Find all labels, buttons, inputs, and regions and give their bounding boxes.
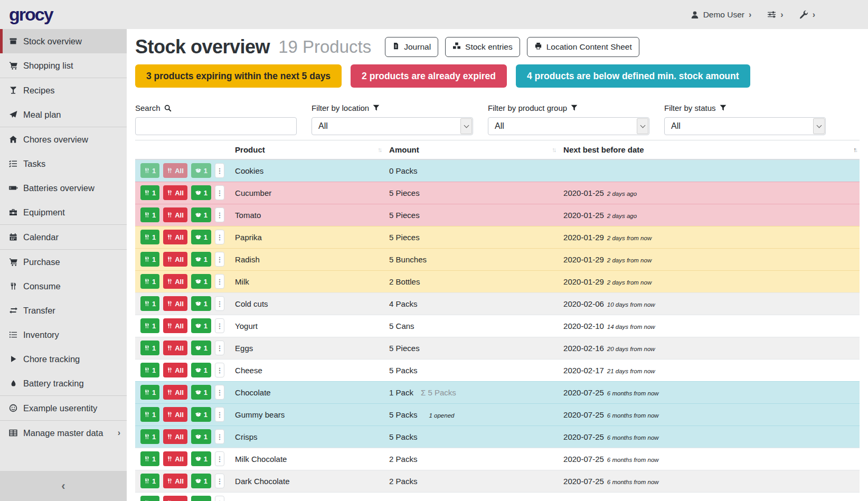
sidebar-item-stock-overview[interactable]: Stock overview (0, 29, 127, 53)
open-one-button[interactable]: 1 (191, 252, 211, 267)
open-one-button[interactable]: 1 (191, 185, 211, 200)
sidebar-item-tasks[interactable]: Tasks (0, 152, 127, 176)
location-select[interactable]: All (312, 117, 473, 135)
consume-all-button[interactable]: All (163, 230, 187, 244)
sidebar-item-purchase[interactable]: Purchase (0, 250, 127, 274)
row-menu-button[interactable]: ⋮ (215, 474, 224, 488)
expired-banner[interactable]: 2 products are already expired (351, 64, 507, 88)
row-menu-button[interactable]: ⋮ (215, 341, 224, 355)
date-column-header[interactable]: Next best before date ↑↓ (558, 140, 860, 160)
row-menu-button[interactable]: ⋮ (215, 274, 224, 289)
status-select[interactable]: All (664, 117, 826, 135)
open-one-button[interactable]: 1 (191, 496, 211, 501)
consume-all-button[interactable]: All (163, 252, 187, 267)
open-one-button[interactable]: 1 (191, 363, 211, 377)
amount-column-header[interactable]: Amount ↑↓ (384, 140, 558, 160)
consume-all-button[interactable]: All (163, 207, 187, 222)
sidebar-item-transfer[interactable]: Transfer (0, 298, 127, 323)
open-one-button[interactable]: 1 (191, 274, 211, 289)
row-menu-button[interactable]: ⋮ (215, 163, 224, 178)
row-menu-button[interactable]: ⋮ (215, 496, 224, 501)
journal-button[interactable]: Journal (385, 37, 438, 57)
open-one-button[interactable]: 1 (191, 318, 211, 333)
consume-all-button[interactable]: All (163, 296, 187, 311)
consume-one-button[interactable]: 1 (140, 341, 159, 355)
open-one-button[interactable]: 1 (191, 207, 211, 222)
below-min-stock-banner[interactable]: 4 products are below defined min. stock … (516, 64, 750, 88)
consume-one-button[interactable]: 1 (140, 385, 159, 400)
consume-one-button[interactable]: 1 (140, 474, 159, 488)
sidebar-item-calendar[interactable]: Calendar (0, 225, 127, 249)
open-one-button[interactable]: 1 (191, 296, 211, 311)
consume-all-button[interactable]: All (163, 451, 187, 466)
open-one-button[interactable]: 1 (191, 451, 211, 466)
consume-all-button[interactable]: All (163, 496, 187, 501)
sidebar-item-batteries-overview[interactable]: Batteries overview (0, 176, 127, 200)
sort-icon[interactable]: ↑↓ (378, 146, 381, 154)
consume-one-button[interactable]: 1 (140, 207, 159, 222)
open-one-button[interactable]: 1 (191, 163, 211, 178)
product-column-header[interactable]: Product ↑↓ (230, 140, 384, 160)
sidebar-item-meal-plan[interactable]: Meal plan (0, 102, 127, 127)
stock-entries-button[interactable]: Stock entries (445, 37, 520, 57)
consume-one-button[interactable]: 1 (140, 407, 159, 422)
row-menu-button[interactable]: ⋮ (215, 296, 224, 311)
consume-one-button[interactable]: 1 (140, 318, 159, 333)
admin-menu[interactable]: › (799, 10, 815, 19)
consume-all-button[interactable]: All (163, 429, 187, 444)
consume-all-button[interactable]: All (163, 407, 187, 422)
row-menu-button[interactable]: ⋮ (215, 407, 224, 422)
open-one-button[interactable]: 1 (191, 385, 211, 400)
sidebar-item-manage-master-data[interactable]: Manage master data › (0, 421, 127, 445)
consume-one-button[interactable]: 1 (140, 252, 159, 267)
consume-all-button[interactable]: All (163, 385, 187, 400)
consume-all-button[interactable]: All (163, 163, 187, 178)
sidebar-item-chore-tracking[interactable]: Chore tracking (0, 347, 127, 371)
sidebar-item-equipment[interactable]: Equipment (0, 200, 127, 224)
location-content-sheet-button[interactable]: Location Content Sheet (527, 37, 639, 57)
sort-icon[interactable]: ↑↓ (552, 146, 555, 154)
consume-one-button[interactable]: 1 (140, 274, 159, 289)
open-one-button[interactable]: 1 (191, 341, 211, 355)
sidebar-item-recipes[interactable]: Recipes (0, 78, 127, 102)
open-one-button[interactable]: 1 (191, 474, 211, 488)
row-menu-button[interactable]: ⋮ (215, 363, 224, 377)
expiring-soon-banner[interactable]: 3 products expiring within the next 5 da… (135, 64, 342, 88)
consume-one-button[interactable]: 1 (140, 296, 159, 311)
consume-one-button[interactable]: 1 (140, 451, 159, 466)
consume-all-button[interactable]: All (163, 341, 187, 355)
consume-one-button[interactable]: 1 (140, 163, 159, 178)
open-one-button[interactable]: 1 (191, 407, 211, 422)
sidebar-item-shopping-list[interactable]: Shopping list (0, 53, 127, 78)
sort-icon[interactable]: ↑↓ (853, 146, 856, 154)
row-menu-button[interactable]: ⋮ (215, 252, 224, 267)
consume-one-button[interactable]: 1 (140, 363, 159, 377)
row-menu-button[interactable]: ⋮ (215, 230, 224, 244)
open-one-button[interactable]: 1 (191, 429, 211, 444)
row-menu-button[interactable]: ⋮ (215, 451, 224, 466)
consume-all-button[interactable]: All (163, 318, 187, 333)
consume-one-button[interactable]: 1 (140, 230, 159, 244)
consume-all-button[interactable]: All (163, 363, 187, 377)
consume-one-button[interactable]: 1 (140, 185, 159, 200)
sidebar-item-battery-tracking[interactable]: Battery tracking (0, 371, 127, 395)
sidebar-item-chores-overview[interactable]: Chores overview (0, 127, 127, 152)
row-menu-button[interactable]: ⋮ (215, 429, 224, 444)
consume-all-button[interactable]: All (163, 185, 187, 200)
consume-one-button[interactable]: 1 (140, 429, 159, 444)
row-menu-button[interactable]: ⋮ (215, 385, 224, 400)
consume-all-button[interactable]: All (163, 274, 187, 289)
settings-menu[interactable]: › (767, 10, 783, 19)
sidebar-collapse-button[interactable]: ‹ (0, 471, 127, 501)
row-menu-button[interactable]: ⋮ (215, 318, 224, 333)
user-menu[interactable]: Demo User › (691, 10, 752, 20)
row-menu-button[interactable]: ⋮ (215, 185, 224, 200)
product-group-select[interactable]: All (488, 117, 649, 135)
sidebar-item-example-userentity[interactable]: Example userentity (0, 396, 127, 420)
open-one-button[interactable]: 1 (191, 230, 211, 244)
sidebar-item-consume[interactable]: Consume (0, 274, 127, 298)
consume-one-button[interactable]: 1 (140, 496, 159, 501)
row-menu-button[interactable]: ⋮ (215, 207, 224, 222)
search-input[interactable] (135, 117, 297, 135)
consume-all-button[interactable]: All (163, 474, 187, 488)
